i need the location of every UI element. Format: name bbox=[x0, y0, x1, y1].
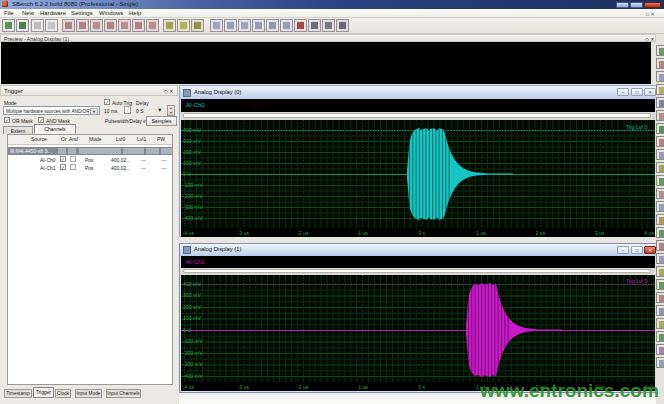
svg-text:4 us: 4 us bbox=[644, 230, 654, 236]
svg-text:0 s: 0 s bbox=[418, 384, 425, 390]
svg-text:-4 us: -4 us bbox=[183, 230, 195, 236]
svg-text:-200 mV: -200 mV bbox=[183, 350, 203, 356]
svg-text:-400 mV: -400 mV bbox=[183, 373, 203, 379]
svg-text:-300 mV: -300 mV bbox=[183, 204, 203, 210]
svg-text:1 us: 1 us bbox=[476, 230, 486, 236]
svg-text:3 us: 3 us bbox=[595, 230, 605, 236]
svg-text:100 mV: 100 mV bbox=[183, 315, 201, 321]
svg-text:300 mV: 300 mV bbox=[183, 292, 201, 298]
svg-text:-1 us: -1 us bbox=[356, 230, 368, 236]
svg-text:Trig Lvl 0: Trig Lvl 0 bbox=[626, 278, 647, 284]
svg-text:-3 us: -3 us bbox=[238, 384, 250, 390]
svg-text:-400 mV: -400 mV bbox=[183, 215, 203, 221]
svg-text:200 mV: 200 mV bbox=[183, 304, 201, 310]
svg-text:200 mV: 200 mV bbox=[183, 149, 201, 155]
svg-text:100 mV: 100 mV bbox=[183, 160, 201, 166]
svg-text:-2 us: -2 us bbox=[297, 384, 309, 390]
svg-text:300 mV: 300 mV bbox=[183, 138, 201, 144]
svg-text:Trig Lvl 0: Trig Lvl 0 bbox=[626, 124, 647, 130]
svg-text:0 V: 0 V bbox=[183, 171, 191, 177]
svg-text:0 s: 0 s bbox=[418, 230, 425, 236]
svg-text:-3 us: -3 us bbox=[238, 230, 250, 236]
svg-text:2 us: 2 us bbox=[535, 230, 545, 236]
svg-text:-1 us: -1 us bbox=[356, 384, 368, 390]
svg-text:-200 mV: -200 mV bbox=[183, 193, 203, 199]
svg-text:-100 mV: -100 mV bbox=[183, 338, 203, 344]
svg-text:400 mV: 400 mV bbox=[183, 281, 201, 287]
svg-text:0 V: 0 V bbox=[183, 327, 191, 333]
svg-text:-4 us: -4 us bbox=[183, 384, 195, 390]
svg-text:-100 mV: -100 mV bbox=[183, 182, 203, 188]
svg-text:-2 us: -2 us bbox=[297, 230, 309, 236]
svg-text:-300 mV: -300 mV bbox=[183, 361, 203, 367]
svg-text:400 mV: 400 mV bbox=[183, 127, 201, 133]
